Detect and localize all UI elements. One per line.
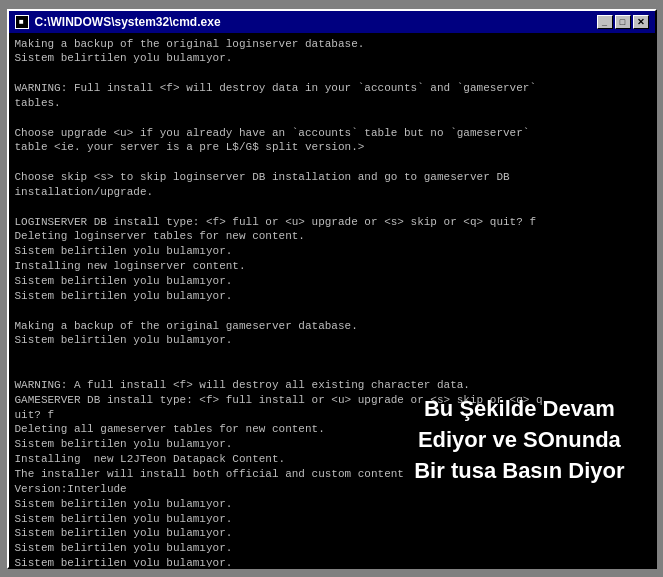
overlay-line1: Bu Şekilde Devam [424,396,615,421]
overlay-message: Bu Şekilde Devam Ediyor ve SOnunda Bir t… [414,394,624,486]
title-bar: ■ C:\WINDOWS\system32\cmd.exe _ □ ✕ [9,11,655,33]
overlay-line3: Bir tusa Basın Diyor [414,458,624,483]
title-bar-text: ■ C:\WINDOWS\system32\cmd.exe [15,15,221,29]
close-button[interactable]: ✕ [633,15,649,29]
overlay-line2: Ediyor ve SOnunda [418,427,621,452]
console-output: Making a backup of the original loginser… [15,37,649,567]
window-title: C:\WINDOWS\system32\cmd.exe [35,15,221,29]
window-icon: ■ [15,15,29,29]
title-controls: _ □ ✕ [597,15,649,29]
maximize-button[interactable]: □ [615,15,631,29]
console-body: Making a backup of the original loginser… [9,33,655,567]
minimize-button[interactable]: _ [597,15,613,29]
cmd-window: ■ C:\WINDOWS\system32\cmd.exe _ □ ✕ Maki… [7,9,657,569]
